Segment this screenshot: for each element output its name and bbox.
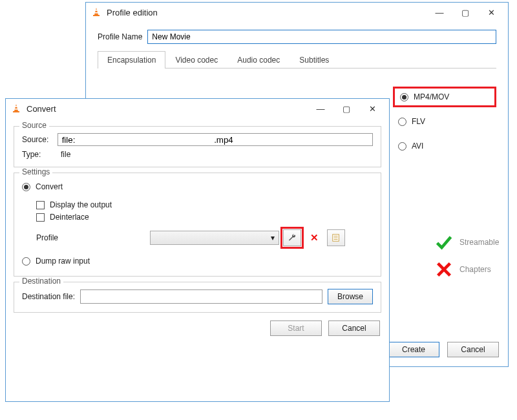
- feature-label: Streamable: [459, 238, 499, 247]
- radio-label: Dump raw input: [36, 257, 90, 266]
- minimize-button[interactable]: —: [427, 3, 452, 21]
- feature-label: Chapters: [459, 265, 491, 274]
- close-button[interactable]: ✕: [359, 100, 385, 118]
- settings-group: Settings Convert Display the output Dein…: [14, 173, 381, 277]
- tab-subtitles[interactable]: Subtitles: [290, 51, 339, 68]
- encapsulation-radio-column: MP4/MOV FLV AVI: [393, 87, 496, 156]
- cancel-button[interactable]: Cancel: [328, 320, 380, 336]
- checkbox-deinterlace[interactable]: Deinterlace: [36, 213, 373, 222]
- minimize-button[interactable]: —: [308, 100, 333, 118]
- maximize-icon: ▢: [343, 104, 350, 114]
- source-input[interactable]: [58, 133, 373, 146]
- radio-flv[interactable]: FLV: [393, 111, 496, 132]
- svg-rect-8: [15, 106, 17, 107]
- radio-label: FLV: [412, 117, 425, 126]
- minimize-icon: —: [317, 104, 325, 114]
- svg-rect-3: [94, 12, 98, 14]
- destination-group: Destination Destination file: Browse: [14, 282, 381, 313]
- radio-mp4mov[interactable]: MP4/MOV: [393, 87, 496, 107]
- convert-window: Convert — ▢ ✕ Source Source: Type: file …: [5, 98, 390, 402]
- features-list: Streamable Chapters: [435, 229, 499, 283]
- type-label: Type:: [22, 150, 56, 159]
- group-title: Source: [19, 121, 49, 130]
- source-group: Source Source: Type: file: [14, 126, 381, 167]
- svg-rect-9: [14, 109, 17, 110]
- maximize-button[interactable]: ▢: [333, 100, 359, 118]
- radio-icon: [22, 183, 30, 191]
- radio-label: Convert: [36, 182, 63, 191]
- titlebar[interactable]: Profile edition — ▢ ✕: [86, 3, 508, 22]
- radio-convert[interactable]: Convert: [22, 182, 373, 191]
- radio-icon: [398, 118, 406, 126]
- group-title: Settings: [19, 167, 52, 176]
- close-button[interactable]: ✕: [478, 3, 504, 21]
- tabs: Encapsulation Video codec Audio codec Su…: [98, 50, 496, 68]
- tab-video-codec[interactable]: Video codec: [165, 51, 227, 68]
- checkbox-label: Deinterlace: [50, 213, 89, 222]
- destination-label: Destination file:: [22, 292, 75, 301]
- feature-chapters: Chapters: [435, 256, 499, 283]
- close-icon: ✕: [369, 104, 376, 114]
- group-title: Destination: [19, 277, 63, 286]
- cancel-button[interactable]: Cancel: [447, 342, 499, 357]
- tab-audio-codec[interactable]: Audio codec: [227, 51, 290, 68]
- checkbox-icon: [36, 213, 45, 222]
- dropdown-arrow-icon: ▾: [271, 233, 275, 242]
- radio-label: AVI: [412, 142, 423, 151]
- profile-label: Profile: [36, 233, 146, 242]
- window-title: Profile edition: [107, 8, 427, 17]
- svg-rect-2: [95, 10, 98, 11]
- titlebar[interactable]: Convert — ▢ ✕: [6, 99, 389, 118]
- x-icon: [435, 260, 453, 278]
- edit-profile-button[interactable]: [283, 229, 301, 246]
- radio-icon: [22, 257, 30, 266]
- destination-input[interactable]: [80, 289, 322, 304]
- tab-encapsulation[interactable]: Encapsulation: [98, 51, 165, 68]
- new-profile-button[interactable]: [327, 229, 345, 246]
- profile-name-input[interactable]: [147, 30, 496, 44]
- radio-dump-raw[interactable]: Dump raw input: [22, 257, 373, 266]
- profile-name-label: Profile Name: [98, 32, 142, 41]
- feature-streamable: Streamable: [435, 229, 499, 256]
- radio-icon: [400, 93, 408, 101]
- vlc-cone-icon: [11, 103, 21, 114]
- maximize-icon: ▢: [461, 8, 469, 17]
- profile-combobox[interactable]: ▾: [150, 231, 279, 245]
- checkbox-icon: [36, 201, 45, 209]
- svg-marker-0: [94, 8, 98, 15]
- svg-rect-1: [93, 15, 100, 16]
- vlc-cone-icon: [91, 7, 101, 17]
- start-button[interactable]: Start: [270, 320, 322, 336]
- new-profile-icon: [332, 233, 341, 242]
- source-label: Source:: [22, 135, 52, 144]
- svg-marker-6: [14, 104, 18, 111]
- radio-icon: [398, 142, 406, 151]
- close-icon: ✕: [488, 8, 495, 17]
- delete-icon: ✕: [310, 232, 319, 244]
- svg-rect-7: [13, 111, 19, 112]
- browse-button[interactable]: Browse: [328, 289, 373, 304]
- maximize-button[interactable]: ▢: [452, 3, 478, 21]
- delete-profile-button[interactable]: ✕: [305, 229, 323, 246]
- create-button[interactable]: Create: [388, 342, 439, 357]
- checkbox-display-output[interactable]: Display the output: [36, 200, 373, 209]
- radio-avi[interactable]: AVI: [393, 136, 496, 156]
- minimize-icon: —: [436, 8, 444, 17]
- wrench-icon: [288, 233, 297, 242]
- checkbox-label: Display the output: [50, 200, 112, 209]
- check-icon: [435, 233, 453, 251]
- type-value: file: [61, 150, 70, 159]
- window-title: Convert: [26, 104, 308, 114]
- radio-label: MP4/MOV: [414, 92, 449, 101]
